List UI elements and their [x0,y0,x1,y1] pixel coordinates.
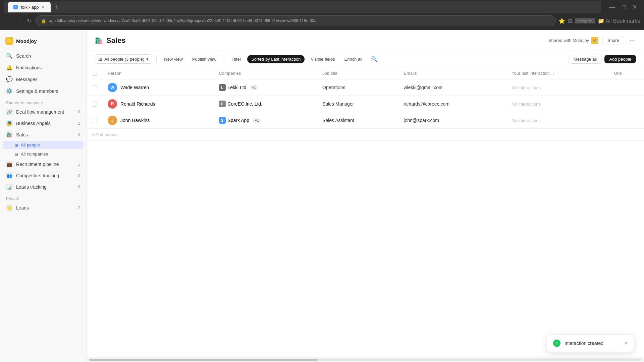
sidebar-item-business-angels[interactable]: 👼 Business Angels 2 [3,118,84,129]
urls-col-header: Urls [609,67,644,79]
address-bar[interactable]: 🔒 app.folk.app/apps/contacts/network/cca… [35,15,556,26]
refresh-button[interactable]: ↻ [25,16,33,25]
last-interaction-cell: No interactions [506,112,608,129]
scrollbar-track [89,359,641,361]
url-text: app.folk.app/apps/contacts/network/ccaa7… [49,18,320,23]
sidebar-item-leads-tracking[interactable]: 📊 Leads tracking 0 [3,182,84,192]
view-selector[interactable]: ⊞ All people (3 people) ▾ [95,54,152,64]
toast-close-button[interactable]: × [624,340,628,347]
contacts-table: Person Companies Job title Emails Your l… [87,67,644,141]
company-extra-badge: +1 [250,85,258,90]
app-container: 🟡 Moodjoy 🔍 Search 🔔 Notifications 💬 Mes… [0,30,644,362]
sidebar-item-deal-flow[interactable]: 🔗 Deal flow management 0 [3,107,84,117]
toolbar-separator [156,56,157,62]
sidebar-item-label: Messages [16,77,38,82]
sidebar-item-recruitment[interactable]: 💼 Recruitment pipeline 1 [3,159,84,170]
select-all-checkbox[interactable] [92,71,97,76]
sub-item-label: All people [21,142,40,147]
row-checkbox-cell [87,79,102,96]
toast-message: Interaction created [565,341,603,346]
table-row[interactable]: R Ronald Richards C CoreEC Inc. Ltd. Sal… [87,96,644,112]
person-cell[interactable]: W Wade Warren [102,79,214,96]
page-title-row: 🛍️ Sales [95,36,126,50]
shared-with-label: Shared with Moodjoy [548,38,589,43]
sidebar-group-label: Leads tracking [16,184,47,190]
minimize-button[interactable]: — [606,3,618,11]
sub-item-label: All companies [21,152,48,157]
email-cell: john@spark.com [398,112,506,129]
person-name: Wade Warren [120,85,149,90]
toast-success-icon: ✓ [553,340,560,347]
sidebar-sub-item-all-companies[interactable]: ⊟ All companies [3,150,84,158]
messages-icon: 💬 [6,76,13,82]
add-people-button[interactable]: Add people [604,55,636,63]
row-checkbox[interactable] [92,85,97,90]
search-button[interactable]: 🔍 [368,55,380,64]
company-cell[interactable]: S Spark App +1 [214,112,317,129]
back-button[interactable]: ← [4,16,12,25]
sidebar-item-sales[interactable]: 🛍️ Sales 3 [3,129,84,140]
tab-title: folk - app [21,5,39,10]
grid-icon: ⊟ [15,152,18,157]
recruitment-icon: 💼 [6,161,13,168]
competitors-badge: 0 [78,173,80,178]
urls-cell [609,112,644,129]
companies-col-header: Companies [214,67,317,79]
person-cell[interactable]: J John Hawkins [102,112,214,129]
logo-icon: 🟡 [5,37,13,45]
new-view-button[interactable]: New view [161,55,186,63]
company-name: Lekki Ltd [228,85,247,90]
filter-button[interactable]: Filter [228,55,245,63]
publish-view-button[interactable]: Publish view [189,55,220,63]
sort-arrow-icon: ↓ [552,71,555,76]
visible-fields-button[interactable]: Visible fields [307,55,338,63]
sidebar-nav: 🔍 Search 🔔 Notifications 💬 Messages ⚙️ S… [0,50,86,97]
page-title: Sales [106,36,126,45]
tab-close-button[interactable]: ✕ [41,4,45,10]
person-col-header: Person [102,67,214,79]
more-options-button[interactable]: ··· [628,36,636,45]
row-checkbox[interactable] [92,118,97,123]
person-cell[interactable]: R Ronald Richards [102,96,214,112]
job-title-cell: Sales Assistant [317,112,398,129]
address-bar-row: ← → ↻ 🔒 app.folk.app/apps/contacts/netwo… [0,14,644,27]
add-person-cell[interactable]: + Add person [87,129,644,141]
sidebar-group-label: Sales [16,132,28,137]
incognito-badge: Incognito [575,18,595,23]
maximize-button[interactable]: □ [619,3,628,11]
sidebar-item-settings[interactable]: ⚙️ Settings & members [3,85,84,97]
forward-button[interactable]: → [15,16,23,25]
message-all-button[interactable]: Message all [569,55,602,64]
sidebar-item-messages[interactable]: 💬 Messages [3,74,84,85]
company-icon: C [219,101,226,107]
add-person-row[interactable]: + Add person [87,129,644,141]
scrollbar-thumb[interactable] [89,359,317,361]
sorted-by-button[interactable]: Sorted by Last interaction [247,55,305,63]
new-tab-button[interactable]: + [52,3,61,11]
leads-badge: 2 [78,205,80,210]
sidebar-item-leads[interactable]: ⭐ Leads 2 [3,202,84,213]
sidebar-item-search[interactable]: 🔍 Search [3,50,84,61]
company-cell[interactable]: C CoreEC Inc. Ltd. [214,96,317,112]
sidebar-group-label: Leads [16,205,29,210]
competitors-icon: 👥 [6,172,13,179]
row-checkbox[interactable] [92,102,97,107]
sidebar-sub-item-all-people[interactable]: ⊞ All people [3,141,84,149]
recruitment-badge: 1 [78,162,80,167]
sidebar-item-competitors[interactable]: 👥 Competitors tracking 0 [3,170,84,181]
sidebar-group-label: Competitors tracking [16,173,59,178]
horizontal-scrollbar[interactable] [87,357,644,362]
share-button[interactable]: Share [602,36,624,45]
browser-tab-active[interactable]: f folk - app ✕ [8,2,51,12]
table-row[interactable]: W Wade Warren L Lekki Ltd +1 Operations … [87,79,644,96]
enrich-all-button[interactable]: Enrich all [341,55,365,63]
table-row[interactable]: J John Hawkins S Spark App +1 Sales Assi… [87,112,644,129]
company-name: CoreEC Inc. Ltd. [228,101,263,107]
company-cell[interactable]: L Lekki Ltd +1 [214,79,317,96]
close-button[interactable]: ✕ [630,3,640,11]
avatar: W [108,83,117,92]
sidebar-item-notifications[interactable]: 🔔 Notifications [3,62,84,73]
table-body: W Wade Warren L Lekki Ltd +1 Operations … [87,79,644,141]
sidebar-item-label: Search [16,53,31,59]
urls-cell [609,96,644,112]
